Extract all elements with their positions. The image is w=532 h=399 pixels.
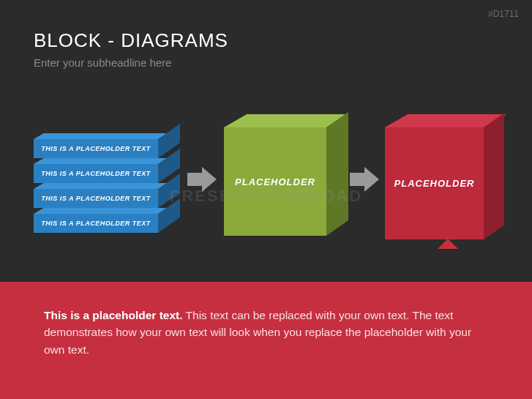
green-cube-side-face bbox=[326, 112, 348, 236]
blue-slab-label: THIS IS A PLACEHOLDER TEXT bbox=[34, 164, 158, 183]
blue-slab-top-face bbox=[34, 133, 168, 139]
red-cube-side-face bbox=[484, 113, 504, 239]
callout-pointer-icon bbox=[438, 239, 458, 249]
svg-marker-0 bbox=[187, 167, 217, 192]
blue-slab-3: THIS IS A PLACEHOLDER TEXT bbox=[34, 189, 180, 209]
blue-slab-1: THIS IS A PLACEHOLDER TEXT bbox=[34, 139, 180, 160]
page-subtitle: Enter your subheadline here bbox=[34, 56, 228, 69]
red-cube-label: PLACEHOLDER bbox=[385, 127, 484, 239]
blue-slab-label: THIS IS A PLACEHOLDER TEXT bbox=[34, 189, 158, 208]
svg-marker-1 bbox=[350, 167, 379, 192]
arrow-icon bbox=[350, 167, 379, 192]
blue-slab-4: THIS IS A PLACEHOLDER TEXT bbox=[34, 214, 180, 234]
footer-text: This is a placeholder text. This text ca… bbox=[44, 307, 488, 358]
slide-code: #D1711 bbox=[488, 9, 519, 19]
blue-slab-top-face bbox=[34, 183, 168, 189]
blue-slab-label: THIS IS A PLACEHOLDER TEXT bbox=[34, 214, 158, 233]
green-cube-label: PLACEHOLDER bbox=[224, 127, 326, 236]
blue-stack: THIS IS A PLACEHOLDER TEXT THIS IS A PLA… bbox=[34, 117, 180, 242]
blue-slab-top-face bbox=[34, 158, 168, 164]
header: BLOCK - DIAGRAMS Enter your subheadline … bbox=[34, 29, 228, 69]
blue-slab-label: THIS IS A PLACEHOLDER TEXT bbox=[34, 139, 158, 158]
red-cube: PLACEHOLDER bbox=[385, 114, 509, 242]
blue-slab-2: THIS IS A PLACEHOLDER TEXT bbox=[34, 164, 180, 184]
green-cube: PLACEHOLDER bbox=[224, 114, 348, 239]
footer-panel: This is a placeholder text. This text ca… bbox=[0, 282, 532, 399]
block-diagram: THIS IS A PLACEHOLDER TEXT THIS IS A PLA… bbox=[34, 110, 502, 256]
page-title: BLOCK - DIAGRAMS bbox=[34, 29, 228, 52]
arrow-icon bbox=[187, 167, 217, 192]
footer-text-bold: This is a placeholder text. bbox=[44, 309, 183, 321]
blue-slab-top-face bbox=[34, 208, 168, 214]
